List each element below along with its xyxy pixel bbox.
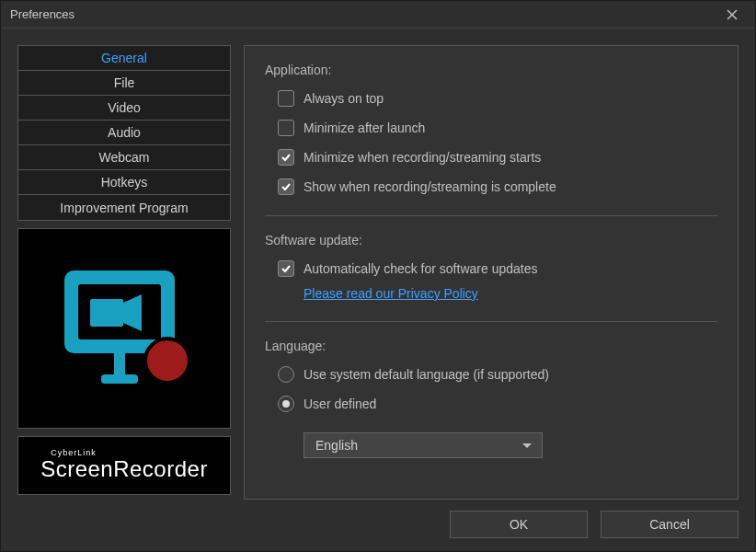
radio-system-language[interactable]: Use system default language (if supporte… <box>265 366 717 383</box>
language-selected: English <box>315 438 358 453</box>
tab-video[interactable]: Video <box>18 96 230 121</box>
cancel-button[interactable]: Cancel <box>601 511 739 538</box>
option-auto-update[interactable]: Automatically check for software updates <box>265 260 717 277</box>
section-title-language: Language: <box>265 339 717 353</box>
window-title: Preferences <box>10 7 718 21</box>
body: General File Video Audio Webcam Hotkeys … <box>1 29 755 511</box>
preferences-window: Preferences General File Video Audio Web… <box>0 0 756 552</box>
divider <box>265 215 717 216</box>
option-show-on-complete[interactable]: Show when recording/streaming is complet… <box>265 178 717 195</box>
screen-recorder-icon <box>46 259 202 397</box>
tab-audio[interactable]: Audio <box>18 121 230 145</box>
radio-user-defined[interactable]: User defined <box>265 396 717 412</box>
option-label: Show when recording/streaming is complet… <box>304 179 556 194</box>
checkbox-show-on-complete[interactable] <box>278 178 294 195</box>
tab-list: General File Video Audio Webcam Hotkeys … <box>17 45 231 221</box>
tab-improvement-program[interactable]: Improvement Program <box>18 195 230 220</box>
titlebar: Preferences <box>1 1 755 29</box>
privacy-policy-link[interactable]: Please read our Privacy Policy <box>304 286 478 301</box>
section-title-update: Software update: <box>265 233 717 247</box>
checkbox-minimize-after-launch[interactable] <box>278 120 294 136</box>
option-minimize-after-launch[interactable]: Minimize after launch <box>265 120 717 136</box>
section-title-application: Application: <box>265 63 717 77</box>
option-label: Always on top <box>304 91 384 106</box>
tab-file[interactable]: File <box>18 71 230 96</box>
svg-rect-2 <box>101 374 138 384</box>
chevron-down-icon <box>521 438 533 453</box>
app-logo-panel <box>17 228 231 429</box>
radio-input-user-defined[interactable] <box>278 396 294 412</box>
option-minimize-on-start[interactable]: Minimize when recording/streaming starts <box>265 149 717 166</box>
divider <box>265 321 717 322</box>
tab-hotkeys[interactable]: Hotkeys <box>18 170 230 195</box>
content-panel: Application: Always on top Minimize afte… <box>244 45 739 500</box>
option-label: User defined <box>304 397 376 411</box>
svg-point-5 <box>145 339 189 383</box>
brand-product: ScreenRecorder <box>40 457 208 481</box>
ok-button[interactable]: OK <box>450 511 588 538</box>
radio-input-system-language[interactable] <box>278 366 294 383</box>
checkbox-auto-update[interactable] <box>278 260 294 277</box>
option-label: Minimize after launch <box>304 121 425 135</box>
svg-rect-3 <box>114 353 125 375</box>
close-icon <box>727 9 738 20</box>
svg-rect-4 <box>90 299 123 327</box>
checkbox-always-on-top[interactable] <box>278 90 294 107</box>
brand-panel: CyberLink ScreenRecorder <box>17 436 231 495</box>
footer: OK Cancel <box>1 511 755 551</box>
close-button[interactable] <box>718 1 746 29</box>
option-always-on-top[interactable]: Always on top <box>265 90 717 107</box>
language-select[interactable]: English <box>304 432 543 458</box>
sidebar: General File Video Audio Webcam Hotkeys … <box>17 45 231 500</box>
option-label: Use system default language (if supporte… <box>304 367 549 382</box>
checkbox-minimize-on-start[interactable] <box>278 149 294 166</box>
option-label: Minimize when recording/streaming starts <box>304 150 541 165</box>
tab-general[interactable]: General <box>18 46 230 71</box>
option-label: Automatically check for software updates <box>304 261 537 276</box>
tab-webcam[interactable]: Webcam <box>18 145 230 170</box>
